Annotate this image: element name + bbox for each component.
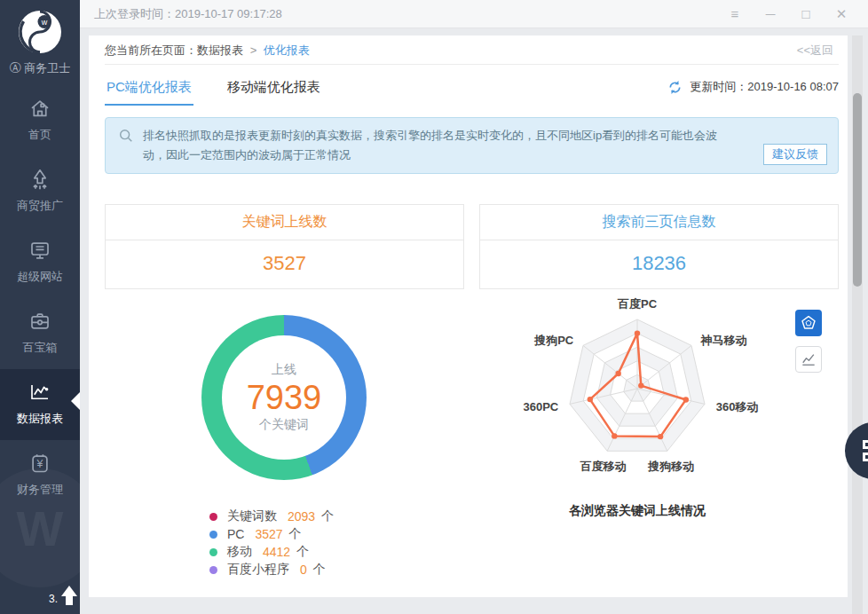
radar-axis-label: 搜狗移动 — [647, 460, 694, 473]
stat-card-top3-pages: 搜索前三页信息数 18236 — [479, 204, 839, 289]
donut-center-label-top: 上线 — [272, 362, 296, 378]
search-icon — [118, 128, 134, 150]
radar-axis-label: 百度移动 — [580, 460, 627, 473]
sidebar-item-label: 数据报表 — [0, 411, 80, 427]
chart-type-toggles — [795, 310, 822, 373]
sidebar: w Ⓐ 商务卫士 首页 商贸推广 超级网站 百宝箱 — [0, 0, 80, 614]
legend-label: 关键词数 — [227, 508, 277, 524]
line-chart-icon — [800, 350, 817, 368]
donut-center-label-bottom: 个关键词 — [259, 417, 309, 433]
legend-dot — [209, 566, 217, 574]
legend-dot — [209, 531, 217, 539]
menu-icon[interactable]: ≡ — [717, 0, 753, 28]
website-icon — [28, 239, 52, 263]
radar-svg: 百度PC神马移动360移动搜狗移动百度移动360PC搜狗PC — [491, 289, 784, 495]
maximize-icon[interactable]: □ — [788, 0, 824, 28]
stat-cards-row: 关键词上线数 3527 搜索前三页信息数 18236 — [105, 204, 839, 289]
tab-mobile-report[interactable]: 移动端优化报表 — [225, 69, 322, 106]
sidebar-item-label: 首页 — [0, 127, 80, 143]
topbar: 上次登录时间：2019-10-17 09:17:28 ≡ ─ □ ✕ — [80, 0, 868, 28]
brand-logo-icon: w — [17, 9, 63, 55]
line-view-button[interactable] — [795, 346, 822, 373]
radar-axis-label: 搜狗PC — [533, 334, 574, 347]
legend-value: 0 — [300, 563, 307, 577]
donut-center-value: 7939 — [247, 378, 322, 417]
radar-chart: 百度PC神马移动360移动搜狗移动百度移动360PC搜狗PC 各浏览器关键词上线… — [491, 289, 784, 519]
legend-unit: 个 — [313, 562, 326, 578]
scrollbar-thumb[interactable] — [853, 93, 862, 287]
toolbox-icon — [28, 310, 52, 334]
radar-caption: 各浏览器关键词上线情况 — [491, 503, 784, 519]
sidebar-item-label: 百宝箱 — [0, 340, 80, 356]
stat-card-value: 18236 — [480, 240, 838, 288]
legend-item-mobile[interactable]: 移动 4412 个 — [209, 543, 334, 561]
radar-axis-label: 360移动 — [716, 400, 759, 413]
sidebar-item-label: 超级网站 — [0, 269, 80, 285]
stat-card-title: 搜索前三页信息数 — [480, 205, 838, 240]
legend-value: 3527 — [255, 527, 282, 541]
minimize-icon[interactable]: ─ — [753, 0, 788, 28]
radar-pentagon-icon — [800, 314, 817, 332]
charts-row: 上线 7939 个关键词 关键词数 2093 个 PC 3527 个 — [105, 289, 839, 586]
donut-ring: 上线 7939 个关键词 — [201, 315, 367, 480]
promotion-icon — [28, 168, 52, 192]
radar-axis-label: 神马移动 — [700, 334, 747, 347]
up-arrow-icon[interactable] — [61, 584, 77, 607]
sidebar-item-promotion[interactable]: 商贸推广 — [0, 156, 80, 227]
sidebar-item-website[interactable]: 超级网站 — [0, 227, 80, 298]
radar-axis-label: 百度PC — [617, 297, 658, 311]
breadcrumb: 您当前所在页面：数据报表 > 优化报表 <<返回 — [105, 35, 839, 65]
refresh-icon[interactable] — [667, 79, 683, 96]
legend-item-baidu-miniapp[interactable]: 百度小程序 0 个 — [209, 561, 334, 579]
qr-code-icon — [860, 437, 868, 464]
breadcrumb-separator: > — [250, 43, 257, 57]
notice-text: 排名快照抓取的是报表更新时刻的真实数据，搜索引擎的排名是实时变化的，且不同地区i… — [143, 129, 717, 161]
legend-item-keywords[interactable]: 关键词数 2093 个 — [209, 508, 334, 525]
scroll-top-control[interactable]: 3. — [49, 584, 77, 607]
donut-center: 上线 7939 个关键词 — [222, 335, 346, 460]
home-icon — [28, 97, 52, 121]
brand[interactable]: w Ⓐ 商务卫士 — [0, 0, 80, 85]
legend-unit: 个 — [296, 544, 309, 560]
radar-axis-label: 360PC — [523, 400, 558, 413]
legend-value: 4412 — [263, 545, 290, 559]
sidebar-item-label: 商贸推广 — [0, 198, 80, 214]
brand-badge-letter: w — [41, 18, 48, 27]
brand-label: Ⓐ 商务卫士 — [0, 60, 80, 76]
sidebar-item-home[interactable]: 首页 — [0, 85, 80, 156]
legend-dot — [209, 513, 217, 521]
sidebar-watermark: W — [0, 468, 80, 587]
legend-label: 移动 — [227, 544, 252, 560]
back-link[interactable]: <<返回 — [797, 35, 833, 64]
notice-banner: 排名快照抓取的是报表更新时刻的真实数据，搜索引擎的排名是实时变化的，且不同地区i… — [105, 117, 839, 174]
breadcrumb-current: 优化报表 — [264, 43, 310, 57]
legend-item-pc[interactable]: PC 3527 个 — [209, 525, 334, 543]
legend-label: PC — [227, 527, 244, 541]
legend-unit: 个 — [289, 526, 302, 542]
legend-value: 2093 — [288, 509, 315, 523]
scrollbar-track[interactable] — [852, 35, 863, 614]
donut-legend: 关键词数 2093 个 PC 3527 个 移动 4412 个 — [209, 508, 334, 579]
legend-unit: 个 — [321, 508, 334, 524]
update-time-text: 更新时间：2019-10-16 08:07 — [690, 79, 839, 95]
close-icon[interactable]: ✕ — [824, 0, 859, 28]
feedback-button[interactable]: 建议反馈 — [763, 144, 827, 165]
radar-view-button[interactable] — [795, 310, 822, 336]
breadcrumb-root: 数据报表 — [197, 43, 243, 57]
sidebar-item-toolbox[interactable]: 百宝箱 — [0, 298, 80, 369]
stat-card-keywords-online: 关键词上线数 3527 — [105, 204, 464, 289]
report-icon — [28, 381, 52, 405]
tabs-row: PC端优化报表 移动端优化报表 更新时间：2019-10-16 08:07 — [105, 67, 839, 107]
stat-card-value: 3527 — [106, 240, 463, 288]
stat-card-title: 关键词上线数 — [106, 205, 463, 240]
legend-dot — [209, 548, 217, 556]
bottom-indicator: 3. — [49, 593, 58, 607]
legend-label: 百度小程序 — [227, 562, 289, 578]
update-block: 更新时间：2019-10-16 08:07 — [667, 79, 839, 96]
qr-float-button[interactable] — [845, 422, 868, 479]
window-controls: ≡ ─ □ ✕ — [717, 0, 859, 28]
main-panel: 您当前所在页面：数据报表 > 优化报表 <<返回 PC端优化报表 移动端优化报表 — [89, 35, 848, 597]
breadcrumb-prefix: 您当前所在页面： — [105, 43, 197, 57]
sidebar-item-reports[interactable]: 数据报表 — [0, 369, 80, 440]
tab-pc-report[interactable]: PC端优化报表 — [105, 69, 193, 106]
